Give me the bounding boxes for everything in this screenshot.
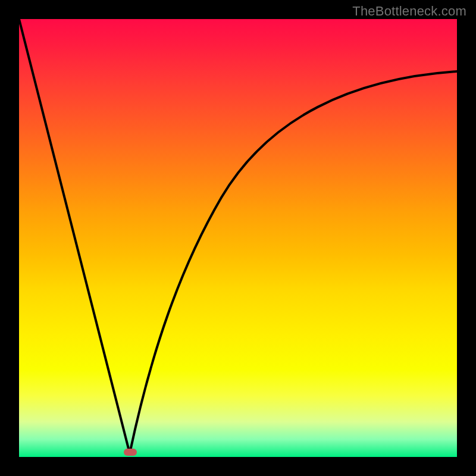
bottleneck-curve — [19, 19, 457, 453]
optimal-point-marker — [124, 449, 137, 456]
curve-svg — [19, 19, 457, 457]
watermark-text: TheBottleneck.com — [352, 4, 466, 19]
chart-area — [19, 19, 457, 457]
